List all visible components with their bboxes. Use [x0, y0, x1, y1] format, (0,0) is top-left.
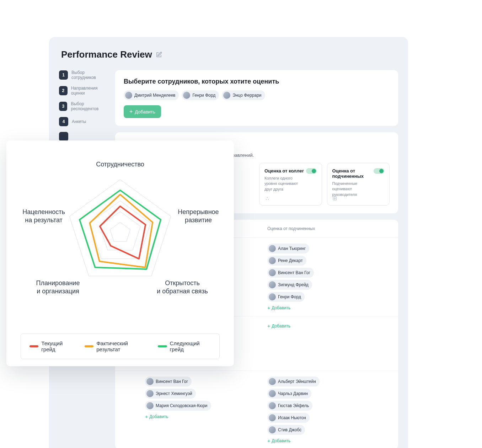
avatar [269, 281, 276, 288]
plus-icon: + [267, 438, 270, 443]
svg-marker-0 [110, 222, 130, 241]
person-chip[interactable]: Альберт Эйнштейн [267, 377, 320, 386]
avatar [183, 92, 190, 99]
person-chip[interactable]: Гюстав Эйфель [267, 401, 312, 411]
step-3[interactable]: 3 Выбор респондентов [59, 101, 109, 111]
step-label: Выбор респондентов [71, 101, 109, 111]
axis-label-right: Непрерывноеразвитие [173, 208, 223, 225]
employee-chip[interactable]: Генри Форд [182, 90, 219, 100]
avatar [146, 390, 154, 397]
step-1[interactable]: 1 Выбор сотрудников [59, 70, 109, 80]
add-respondent-link[interactable]: +Добавить [267, 324, 290, 329]
person-chip[interactable]: Стив Джобс [267, 425, 305, 435]
legend-swatch [158, 345, 167, 347]
step-2[interactable]: 2 Направления оценки [59, 86, 109, 96]
step-4[interactable]: 4 Анкеты [59, 117, 109, 126]
plus-icon: + [129, 109, 133, 114]
radar-chart [60, 172, 181, 293]
direction-card-colleagues[interactable]: Оценка от коллег Коллеги одного уровня о… [259, 163, 322, 206]
person-chip[interactable]: Винсент Ван Гог [267, 268, 314, 278]
avatar [223, 92, 230, 99]
avatar [269, 378, 276, 385]
avatar [146, 402, 154, 409]
plus-icon: + [267, 305, 270, 310]
employee-chip[interactable]: Энцо Феррари [222, 90, 265, 100]
axis-label-bottom-right: Открытостьи обратная связь [152, 279, 213, 296]
axis-label-top: Сотрудничество [96, 160, 144, 169]
add-respondent-link[interactable]: +Добавить [267, 305, 290, 310]
card-title: Выберите сотрудников, которых хотите оце… [124, 78, 390, 85]
person-chip[interactable]: Зигмунд Фрейд [267, 280, 312, 290]
avatar [146, 378, 154, 385]
toggle-switch[interactable] [306, 168, 317, 174]
avatar [269, 269, 276, 276]
direction-title: Оценка от коллег [264, 168, 306, 174]
cell: Винсент Ван Гог Эрнест Хемингуэй Мария С… [145, 377, 267, 419]
cell: Альберт Эйнштейн Чарльз Дарвин Гюстав Эй… [267, 377, 390, 443]
add-respondent-link[interactable]: +Добавить [145, 414, 168, 419]
axis-label-left: Нацеленностьна результат [17, 208, 70, 225]
avatar [269, 426, 276, 433]
legend-swatch [30, 345, 38, 347]
step-label: Анкеты [72, 119, 86, 124]
legend-item: Следующий грейд [158, 340, 211, 352]
cell: +Добавить [267, 322, 390, 329]
col-header: Оценка от подчиненных [267, 226, 390, 231]
direction-card-subordinates[interactable]: Оценка от подчиненных Подчиненные оценив… [327, 163, 390, 206]
person-chip[interactable]: Эрнест Хемингуэй [145, 389, 196, 399]
step-number: 2 [59, 86, 68, 95]
legend-swatch [85, 345, 93, 347]
step-number: 1 [59, 70, 68, 80]
avatar [125, 92, 132, 99]
person-chip[interactable]: Исаак Ньютон [267, 413, 310, 423]
legend-item: Фактический результат [85, 340, 148, 352]
avatar [269, 293, 276, 300]
hierarchy-icon: ⊞ [332, 195, 337, 202]
person-chip[interactable]: Винсент Ван Гог [145, 377, 192, 386]
cell: Алан Тьюринг Рене Декарт Винсент Ван Гог… [267, 244, 390, 310]
svg-marker-7 [100, 206, 145, 259]
step-label: Выбор сотрудников [71, 70, 109, 80]
chart-legend: Текущий грейд Фактический результат След… [21, 334, 220, 359]
avatar [269, 257, 276, 264]
direction-desc: Коллеги одного уровня оценивают друг дру… [264, 176, 306, 192]
title-row: Performance Review [49, 49, 408, 70]
person-chip[interactable]: Генри Форд [267, 292, 305, 302]
avatar [269, 414, 276, 421]
legend-item: Текущий грейд [30, 340, 75, 352]
person-chip[interactable]: Алан Тьюринг [267, 244, 309, 254]
step-5[interactable] [59, 132, 109, 141]
radar-chart-panel: Сотрудничество Непрерывноеразвитие Откры… [6, 140, 234, 366]
plus-icon: + [145, 414, 148, 419]
axis-label-bottom-left: Планированиеи организация [28, 279, 88, 296]
employee-chip[interactable]: Дмитрий Менделеев [124, 90, 179, 100]
avatar [269, 245, 276, 252]
toggle-switch[interactable] [374, 168, 384, 174]
page-title: Performance Review [61, 49, 152, 60]
add-respondent-link[interactable]: +Добавить [267, 438, 290, 443]
avatar [269, 402, 276, 409]
employee-chips: Дмитрий Менделеев Генри Форд Энцо Феррар… [124, 90, 390, 100]
direction-title: Оценка от подчиненных [332, 168, 374, 179]
direction-desc: Подчиненные оценивают руководителя [332, 181, 374, 197]
employees-card: Выберите сотрудников, которых хотите оце… [115, 70, 398, 126]
respondent-row: Винсент Ван Гог Эрнест Хемингуэй Мария С… [115, 371, 398, 448]
people-icon: ⛬ [264, 195, 270, 202]
step-label: Направления оценки [71, 86, 109, 96]
edit-icon[interactable] [156, 52, 162, 58]
step-number [59, 132, 68, 141]
avatar [269, 390, 276, 397]
step-number: 4 [59, 117, 68, 126]
person-chip[interactable]: Мария Склодовская-Кюри [145, 401, 211, 411]
plus-icon: + [267, 324, 270, 329]
add-employee-button[interactable]: +Добавить [124, 105, 161, 118]
step-number: 3 [59, 102, 67, 111]
person-chip[interactable]: Чарльз Дарвин [267, 389, 311, 399]
person-chip[interactable]: Рене Декарт [267, 256, 306, 266]
